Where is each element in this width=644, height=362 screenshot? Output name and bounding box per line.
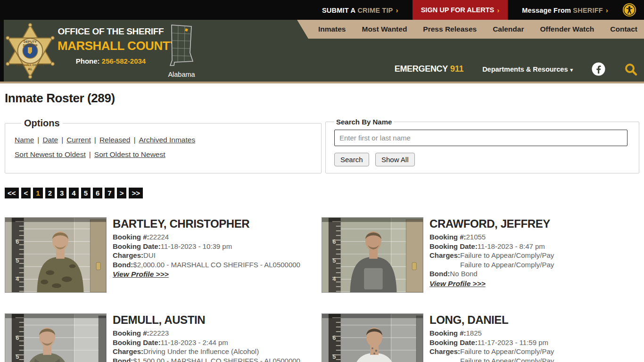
page-button[interactable]: << bbox=[5, 188, 19, 198]
mugshot-photo[interactable]: 654 bbox=[5, 217, 107, 293]
search-button[interactable]: Search bbox=[334, 153, 369, 166]
svg-text:5: 5 bbox=[332, 257, 336, 264]
separator: | bbox=[61, 136, 63, 144]
option-link-name[interactable]: Name bbox=[15, 136, 34, 144]
inmate-name[interactable]: LONG, DANIEL bbox=[429, 313, 554, 327]
main-content: Inmate Roster (289) Options Name|Date|Cu… bbox=[0, 91, 644, 362]
option-link-archived-inmates[interactable]: Archived Inmates bbox=[139, 136, 195, 144]
bond-line: Bond:$1,500.00 - MARSHALL CO SHERIFFS - … bbox=[113, 356, 300, 362]
page-button[interactable]: < bbox=[21, 188, 31, 198]
nav-item-press-releases[interactable]: Press Releases bbox=[423, 25, 477, 33]
svg-text:6: 6 bbox=[332, 238, 336, 245]
page-button[interactable]: 4 bbox=[69, 188, 78, 198]
inmate-name[interactable]: BARTLEY, CHRISTOPHER bbox=[113, 217, 300, 230]
emergency-text: EMERGENCY911 bbox=[395, 64, 463, 74]
search-input[interactable] bbox=[334, 130, 627, 146]
view-profile-link[interactable]: View Profile >>> bbox=[429, 280, 486, 288]
inmate-card: 654DEMULL, AUSTINBooking #:22223Booking … bbox=[5, 313, 322, 362]
emergency-number: 911 bbox=[450, 64, 463, 74]
page-title: Inmate Roster (289) bbox=[5, 91, 639, 106]
view-profile-link[interactable]: View Profile >>> bbox=[113, 270, 169, 279]
charges-line: Charges:Failure to Appear/Comply/Pay bbox=[429, 347, 554, 356]
header-edge bbox=[0, 20, 4, 82]
chevron-right-icon: › bbox=[396, 6, 398, 14]
svg-text:6: 6 bbox=[16, 238, 19, 245]
option-link-current[interactable]: Current bbox=[66, 136, 91, 144]
inmate-info: BARTLEY, CHRISTOPHERBooking #:22224Booki… bbox=[113, 217, 300, 293]
inmate-cards: 654BARTLEY, CHRISTOPHERBooking #:22224Bo… bbox=[5, 217, 639, 362]
logo-text-block[interactable]: OFFICE OF THE SHERIFF MARSHALL COUNTY Ph… bbox=[58, 26, 164, 65]
county-title: MARSHALL COUNTY bbox=[58, 39, 164, 53]
submit-crime-tip-link[interactable]: SUBMIT A CRIME TIP› bbox=[322, 6, 398, 14]
page-button[interactable]: > bbox=[117, 188, 127, 198]
booking-number-line: Booking #:1825 bbox=[429, 329, 554, 338]
state-map-block: Alabama bbox=[166, 24, 197, 78]
inmate-card: 654CRAWFORD, JEFFREYBooking #:21055Booki… bbox=[322, 217, 638, 293]
page-button[interactable]: 2 bbox=[45, 188, 55, 198]
submit-highlight: CRIME TIP bbox=[357, 7, 393, 14]
page-button[interactable]: 3 bbox=[57, 188, 66, 198]
charges-line: Charges:Failure to Appear/Comply/Pay bbox=[429, 356, 554, 362]
alabama-map-icon bbox=[167, 24, 196, 68]
booking-date-line: Booking Date:11-18-2023 - 10:39 pm bbox=[113, 242, 300, 251]
panels-row: Options Name|Date|Current|Released|Archi… bbox=[5, 118, 639, 173]
separator: | bbox=[94, 136, 96, 144]
page-button[interactable]: 7 bbox=[105, 188, 114, 198]
page-button[interactable]: 5 bbox=[81, 188, 91, 198]
inmate-name[interactable]: CRAWFORD, JEFFREY bbox=[429, 217, 554, 230]
message-highlight: SHERIFF bbox=[573, 7, 603, 14]
search-buttons-row: Search Show All bbox=[334, 153, 627, 166]
booking-date-line: Booking Date:11-18-2023 - 2:44 pm bbox=[113, 338, 300, 347]
nav-item-inmates[interactable]: Inmates bbox=[318, 25, 346, 33]
nav-item-contact[interactable]: Contact bbox=[610, 25, 637, 33]
page-button[interactable]: >> bbox=[129, 188, 143, 198]
state-label: Alabama bbox=[166, 71, 197, 78]
show-all-button[interactable]: Show All bbox=[375, 153, 415, 166]
message-from-sheriff-link[interactable]: Message From SHERIFF› bbox=[522, 6, 608, 14]
chevron-right-icon: › bbox=[606, 6, 608, 14]
option-link-date[interactable]: Date bbox=[42, 136, 58, 144]
inmate-card: 654BARTLEY, CHRISTOPHERBooking #:22224Bo… bbox=[5, 217, 322, 293]
page-button[interactable]: 6 bbox=[93, 188, 102, 198]
option-link-released[interactable]: Released bbox=[99, 136, 131, 144]
search-icon[interactable] bbox=[624, 63, 637, 76]
svg-text:5: 5 bbox=[16, 257, 19, 264]
nav-item-offender-watch[interactable]: Offender Watch bbox=[540, 25, 594, 33]
inmate-card: 654LONG, DANIELBooking #:1825Booking Dat… bbox=[322, 313, 638, 362]
sort-links-row: Sort Newest to Oldest|Sort Oldest to New… bbox=[15, 150, 312, 159]
separator: | bbox=[89, 150, 91, 158]
separator: | bbox=[37, 136, 39, 144]
mugshot-photo[interactable]: 654 bbox=[5, 313, 107, 362]
mugshot-photo[interactable]: 654 bbox=[322, 217, 423, 293]
facebook-icon[interactable] bbox=[592, 62, 605, 76]
page-button[interactable]: 1 bbox=[33, 188, 42, 198]
accessibility-icon[interactable] bbox=[622, 3, 636, 17]
inmate-name[interactable]: DEMULL, AUSTIN bbox=[113, 313, 300, 327]
main-nav: InmatesMost WantedPress ReleasesCalendar… bbox=[297, 20, 644, 39]
booking-number-line: Booking #:21055 bbox=[429, 232, 554, 242]
booking-date-line: Booking Date:11-17-2023 - 11:59 pm bbox=[429, 338, 554, 347]
chevron-down-icon: ▾ bbox=[570, 67, 573, 73]
phone-label: Phone: bbox=[76, 57, 100, 65]
svg-text:5: 5 bbox=[16, 353, 19, 360]
options-legend: Options bbox=[21, 118, 63, 129]
inmate-info: CRAWFORD, JEFFREYBooking #:21055Booking … bbox=[429, 217, 554, 293]
option-link-sort-oldest-to-newest[interactable]: Sort Oldest to Newest bbox=[94, 150, 165, 158]
pagination: <<<1234567>>> bbox=[5, 188, 639, 198]
phone-number: 256-582-2034 bbox=[102, 57, 146, 65]
nav-item-most-wanted[interactable]: Most Wanted bbox=[362, 25, 407, 33]
charges-line: Charges:Driving Under the Influence (Alc… bbox=[113, 347, 300, 356]
option-link-sort-newest-to-oldest[interactable]: Sort Newest to Oldest bbox=[15, 150, 86, 158]
booking-number-line: Booking #:22223 bbox=[113, 329, 300, 338]
svg-text:4: 4 bbox=[332, 275, 336, 282]
options-fieldset: Options Name|Date|Current|Released|Archi… bbox=[5, 118, 322, 173]
charges-line: Charges:DUI bbox=[113, 251, 300, 260]
inmate-info: LONG, DANIELBooking #:1825Booking Date:1… bbox=[429, 313, 554, 362]
nav-item-calendar[interactable]: Calendar bbox=[493, 25, 524, 33]
departments-dropdown[interactable]: Departments & Resources▾ bbox=[482, 66, 573, 73]
svg-text:4: 4 bbox=[16, 275, 19, 282]
signup-alerts-button[interactable]: SIGN UP FOR ALERTS› bbox=[413, 0, 508, 20]
mugshot-photo[interactable]: 654 bbox=[322, 313, 423, 362]
filter-links-row: Name|Date|Current|Released|Archived Inma… bbox=[15, 136, 312, 144]
search-fieldset: Search By Name Search Show All bbox=[325, 118, 639, 173]
